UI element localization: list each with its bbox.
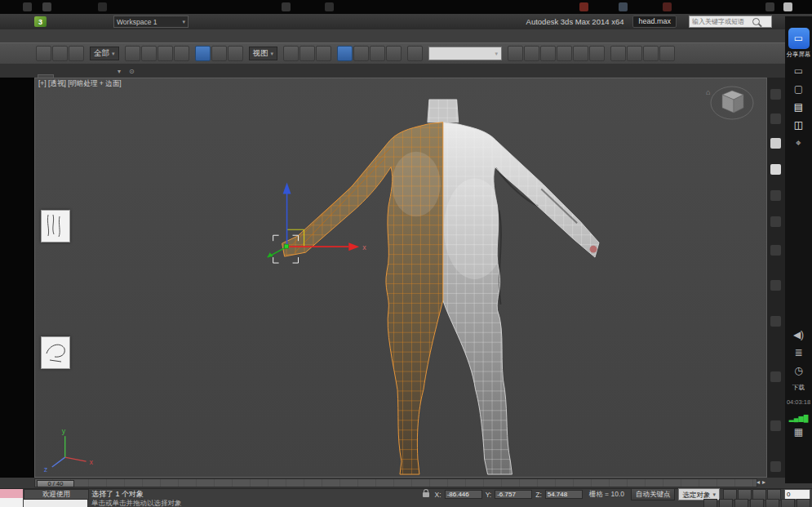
listener-input-row[interactable] <box>0 498 23 507</box>
time-slider-track[interactable]: 0 / 40 <box>34 478 757 487</box>
time-slider-arrows[interactable]: ◂▸ <box>757 478 768 486</box>
schematic-view-icon[interactable] <box>589 46 605 61</box>
selection-region-icon[interactable] <box>158 46 173 61</box>
panel-strip-icon[interactable] <box>770 138 781 149</box>
maxscript-mini-listener[interactable] <box>0 489 23 507</box>
taskbar-icon[interactable] <box>619 2 628 11</box>
spinner-snap-icon[interactable] <box>386 46 402 61</box>
pointer-icon[interactable]: ⌖ <box>785 138 812 149</box>
elapsed-time[interactable]: 04:03:18 <box>785 398 812 406</box>
render-production-icon[interactable] <box>659 46 675 61</box>
select-and-rotate-icon[interactable] <box>211 46 227 61</box>
grid-icon[interactable]: ▦ <box>785 427 812 438</box>
select-and-scale-icon[interactable] <box>228 46 243 61</box>
percent-snap-icon[interactable] <box>370 46 385 61</box>
window-crossing-icon[interactable] <box>174 46 189 61</box>
selected-vertex[interactable] <box>285 244 289 248</box>
listener-field[interactable] <box>24 500 87 507</box>
angle-snap-icon[interactable] <box>353 46 369 61</box>
search-input[interactable] <box>692 18 751 25</box>
field-of-view-icon[interactable] <box>750 499 764 507</box>
layer-manager-icon[interactable] <box>540 46 556 61</box>
taskbar-icon[interactable] <box>579 2 588 11</box>
3ds-max-logo-icon[interactable]: 3 <box>34 16 47 27</box>
curve-editor-icon[interactable] <box>573 46 588 61</box>
volume-icon[interactable]: ◀) <box>785 330 812 340</box>
taskbar-icon[interactable] <box>325 2 334 11</box>
viewcube-home-icon[interactable]: ⌂ <box>706 88 710 96</box>
mirror-icon[interactable] <box>508 46 523 61</box>
model-right-half[interactable] <box>443 122 599 474</box>
taskbar-icon[interactable] <box>42 2 51 11</box>
selection-filter-dropdown[interactable]: 全部 ▾ <box>90 47 119 60</box>
signal-bars-icon[interactable]: ▂▄▆█ <box>785 413 812 424</box>
ribbon-collapse-icon[interactable]: ⊙ <box>126 68 138 78</box>
taskbar-icon[interactable] <box>783 2 792 11</box>
panel-strip-icon[interactable] <box>770 245 781 256</box>
welcome-button[interactable]: 欢迎使用 <box>24 489 89 500</box>
align-icon[interactable] <box>524 46 539 61</box>
panel-strip-icon[interactable] <box>770 371 781 382</box>
edit-named-selection-sets-icon[interactable] <box>407 46 423 61</box>
download-label[interactable]: 下载 <box>785 384 812 391</box>
search-icon[interactable] <box>752 18 760 25</box>
coord-x-field[interactable]: -86.446 <box>445 490 482 499</box>
panel-icon[interactable]: ▤ <box>785 102 812 113</box>
select-by-name-icon[interactable] <box>141 46 157 61</box>
taskbar-icon[interactable] <box>23 2 32 11</box>
panel-strip-icon[interactable] <box>770 461 781 472</box>
coord-z-field[interactable]: 54.748 <box>545 490 583 499</box>
graphite-toggle-icon[interactable] <box>557 46 572 61</box>
screen-icon[interactable]: ▭ <box>785 66 812 77</box>
pan-icon[interactable] <box>765 499 779 507</box>
coord-y-field[interactable]: -6.757 <box>495 490 532 499</box>
panel-strip-icon[interactable] <box>770 164 781 175</box>
selection-lock-icon[interactable] <box>423 492 429 497</box>
ribbon-menu-icon[interactable]: ▾ <box>114 68 124 78</box>
panel-strip-icon[interactable] <box>770 89 781 100</box>
panel-strip-icon[interactable] <box>770 420 781 431</box>
bind-to-space-warp-icon[interactable] <box>69 46 84 61</box>
use-pivot-point-center-icon[interactable] <box>283 46 299 61</box>
model-left-half-selected[interactable] <box>282 122 443 474</box>
macro-recorder-row[interactable] <box>0 489 23 498</box>
reference-coordinate-dropdown[interactable]: 视图 ▾ <box>249 47 278 60</box>
clock-icon[interactable]: ◷ <box>785 366 812 376</box>
zoom-icon[interactable] <box>703 499 717 507</box>
taskbar-icon[interactable] <box>765 2 774 11</box>
select-and-move-icon[interactable] <box>195 46 211 61</box>
unlink-selection-icon[interactable] <box>52 46 68 61</box>
time-slider-marker[interactable]: 0 / 40 <box>37 480 74 487</box>
material-editor-icon[interactable] <box>610 46 626 61</box>
panel-strip-icon[interactable] <box>770 190 781 201</box>
window-icon[interactable]: ▢ <box>785 84 812 95</box>
keyboard-shortcut-override-icon[interactable] <box>316 46 331 61</box>
panel-strip-icon[interactable] <box>770 316 781 327</box>
snaps-toggle-icon[interactable] <box>337 46 353 61</box>
taskbar-icon[interactable] <box>663 2 672 11</box>
panel-strip-icon[interactable] <box>770 113 781 124</box>
member-icon[interactable]: ◫ <box>785 120 812 131</box>
zoom-all-icon[interactable] <box>719 499 733 507</box>
playlist-icon[interactable]: ≣ <box>785 348 812 358</box>
panel-strip-icon[interactable] <box>770 280 781 291</box>
workspace-dropdown[interactable]: Workspace 1 ▾ <box>113 16 189 28</box>
perspective-viewport[interactable]: [+] [透视] [明暗处理 + 边面] <box>34 78 767 478</box>
select-and-link-icon[interactable] <box>36 46 51 61</box>
viewport-label[interactable]: [+] [透视] [明暗处理 + 边面] <box>38 79 122 89</box>
maximize-viewport-icon[interactable] <box>796 499 810 507</box>
viewport-canvas[interactable]: x x y z <box>35 78 766 477</box>
select-and-manipulate-icon[interactable] <box>300 46 315 61</box>
select-object-icon[interactable] <box>125 46 140 61</box>
rendered-frame-icon[interactable] <box>643 46 659 61</box>
render-setup-icon[interactable] <box>627 46 642 61</box>
named-selection-sets-combo[interactable]: ▾ <box>428 47 502 60</box>
infocenter-search[interactable] <box>689 16 772 28</box>
taskbar-icon[interactable] <box>98 2 107 11</box>
viewcube[interactable]: ⌂ <box>704 82 757 124</box>
orbit-icon[interactable] <box>781 499 795 507</box>
zoom-extents-icon[interactable] <box>734 499 748 507</box>
taskbar-icon[interactable] <box>282 2 291 11</box>
panel-strip-icon[interactable] <box>770 216 781 227</box>
share-screen-button[interactable]: ▭ <box>788 28 810 49</box>
